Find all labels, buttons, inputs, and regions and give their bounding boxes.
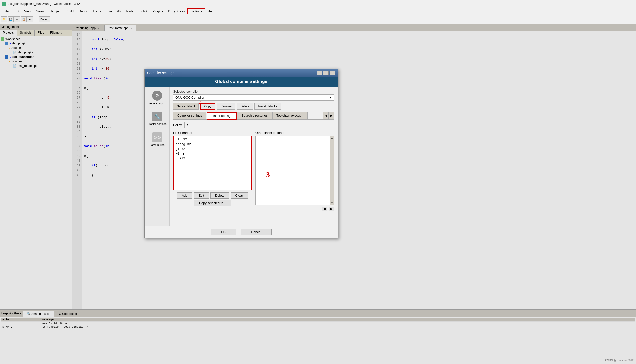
sidebar-profiler-label: Profiler settings: [148, 122, 167, 126]
dialog-header: Global compiler settings: [145, 76, 338, 87]
other-linker-scrollbar-h: ◀ ▶: [255, 207, 334, 211]
dialog-overlay: Compiler settings _ □ ✕ Global compiler …: [0, 24, 636, 364]
policy-label: Policy:: [173, 123, 183, 127]
menu-help[interactable]: Help: [205, 9, 217, 14]
toolbar-btn-4[interactable]: 📋: [21, 16, 27, 22]
copy-button[interactable]: 2Copy: [200, 103, 215, 110]
menu-tools[interactable]: Tools: [123, 9, 136, 14]
other-linker-column: Other linker options: ▲ ▼ ◀ ▶: [255, 131, 334, 211]
dialog-footer: OK Cancel: [145, 226, 338, 238]
app-title: test_rotate.cpp [test_xuanzhuan] - Code:…: [8, 2, 80, 6]
minimize-button[interactable]: _: [317, 70, 322, 75]
menubar: File Edit View Search Project Build Debu…: [0, 8, 636, 15]
batch-icon: ⚙⚙: [152, 132, 162, 142]
ok-button[interactable]: OK: [211, 228, 236, 235]
selected-compiler-label: Selected compiler: [173, 90, 334, 94]
other-linker-box[interactable]: ▲ ▼: [255, 136, 334, 205]
gear-icon: ⚙: [152, 91, 162, 101]
app-icon: [2, 2, 7, 6]
menu-project[interactable]: Project: [49, 9, 64, 14]
toolbar-btn-3[interactable]: ✂: [14, 16, 20, 22]
toolbar-btn-debug[interactable]: Debug: [39, 16, 50, 22]
tab-scroll-right[interactable]: ▶: [329, 112, 334, 119]
compiler-settings-dialog: Compiler settings _ □ ✕ Global compiler …: [144, 68, 338, 238]
policy-row: Policy: ▼: [173, 122, 334, 128]
scroll-up[interactable]: ▲: [330, 136, 334, 140]
maximize-button[interactable]: □: [323, 70, 329, 75]
dialog-tabs: Compiler settings Linker settings Search…: [173, 112, 334, 120]
dialog-titlebar: Compiler settings _ □ ✕: [145, 69, 338, 76]
scroll-h-right[interactable]: ▶: [329, 207, 334, 211]
other-linker-label: Other linker options:: [255, 131, 334, 135]
link-libraries-box[interactable]: glut32 opengl32 glu32 winmm gdi32: [173, 136, 252, 190]
compiler-settings-tab[interactable]: Compiler settings: [173, 112, 206, 119]
dialog-title: Compiler settings: [147, 71, 174, 75]
copy-selected-to-button[interactable]: Copy selected to...: [194, 200, 231, 206]
copy-selected-row: Copy selected to...: [173, 200, 252, 206]
menu-plugins[interactable]: Plugins: [150, 9, 166, 14]
menu-doxyblocks[interactable]: DoxyBlocks: [166, 9, 188, 14]
toolchain-tab[interactable]: Toolchain execut...: [272, 112, 308, 119]
scroll-track: [330, 140, 334, 201]
delete-button[interactable]: Delete: [237, 103, 253, 110]
sidebar-profiler[interactable]: 🔧 Profiler settings: [146, 110, 168, 127]
sidebar-global-compiler[interactable]: ⚙ Global compil...: [146, 89, 168, 106]
menu-edit[interactable]: Edit: [11, 9, 22, 14]
compiler-dropdown-arrow: ▼: [329, 96, 332, 100]
toolbar-btn-1[interactable]: 📁: [1, 16, 7, 22]
toolbar-btn-5[interactable]: ↩: [27, 16, 33, 22]
lib-item-gdi32[interactable]: gdi32: [175, 156, 250, 161]
lib-item-glut32[interactable]: glut32: [175, 137, 250, 142]
menu-tools-plus[interactable]: Tools+: [136, 9, 150, 14]
lib-buttons: Add Edit Delete Clear: [173, 192, 252, 198]
edit-button[interactable]: Edit: [194, 192, 209, 198]
titlebar: test_rotate.cpp [test_xuanzhuan] - Code:…: [0, 0, 636, 8]
toolbar: 📁 💾 ✂ 📋 ↩ Debug: [0, 15, 636, 24]
scroll-down[interactable]: ▼: [330, 201, 334, 205]
menu-fortran[interactable]: Fortran: [91, 9, 106, 14]
lib-item-glu32[interactable]: glu32: [175, 146, 250, 151]
menu-file[interactable]: File: [1, 9, 11, 14]
cancel-button[interactable]: Cancel: [241, 228, 271, 235]
reset-defaults-button[interactable]: Reset defaults: [254, 103, 281, 110]
link-libraries-label: Link libraries:: [173, 131, 252, 135]
close-dialog-button[interactable]: ✕: [330, 70, 335, 75]
clear-button[interactable]: Clear: [231, 192, 248, 198]
menu-view[interactable]: View: [22, 9, 34, 14]
delete-lib-button[interactable]: Delete: [210, 192, 229, 198]
rename-button[interactable]: Rename: [217, 103, 235, 110]
set-as-default-button[interactable]: Set as default: [173, 103, 199, 110]
menu-settings[interactable]: Settings: [188, 8, 205, 14]
scroll-h-left[interactable]: ◀: [322, 207, 327, 211]
policy-select[interactable]: ▼: [185, 122, 334, 128]
compiler-row: Selected compiler GNU GCC Compiler ▼: [173, 90, 334, 101]
linker-settings-tab[interactable]: Linker settings: [207, 112, 237, 120]
compiler-select[interactable]: GNU GCC Compiler ▼: [173, 94, 334, 101]
compiler-value: GNU GCC Compiler: [175, 96, 204, 100]
sidebar-batch-label: Batch builds: [150, 143, 165, 146]
sidebar-global-compiler-label: Global compil...: [148, 102, 167, 104]
lib-item-opengl32[interactable]: opengl32: [175, 142, 250, 146]
toolbar-btn-2[interactable]: 💾: [8, 16, 14, 22]
wrench-icon: 🔧: [152, 112, 162, 122]
annotation-vertical-line: [249, 24, 249, 34]
lib-item-winmm[interactable]: winmm: [175, 151, 250, 156]
add-button[interactable]: Add: [177, 192, 192, 198]
menu-build[interactable]: Build: [64, 9, 76, 14]
dialog-content: Selected compiler GNU GCC Compiler ▼ Set…: [170, 87, 338, 226]
menu-wxsmith[interactable]: wxSmith: [106, 9, 123, 14]
tab-scroll-left[interactable]: ◀: [323, 112, 329, 119]
link-libraries-column: Link libraries: glut32 opengl32 glu32 wi…: [173, 131, 252, 211]
menu-debug[interactable]: Debug: [76, 9, 91, 14]
action-buttons: Set as default 2Copy Rename Delete Reset…: [173, 103, 334, 110]
search-directories-tab[interactable]: Search directories: [237, 112, 272, 119]
policy-dropdown-arrow: ▼: [186, 123, 189, 126]
nav-arrows: ◀ ▶: [323, 112, 334, 119]
linker-scrollbar[interactable]: ▲ ▼: [330, 136, 334, 205]
dialog-sidebar: ⚙ Global compil... 🔧 Profiler settings ⚙…: [145, 87, 170, 226]
dialog-header-text: Global compiler settings: [215, 79, 267, 84]
dialog-body: ⚙ Global compil... 🔧 Profiler settings ⚙…: [145, 87, 338, 226]
sidebar-batch[interactable]: ⚙⚙ Batch builds: [148, 131, 166, 148]
menu-search[interactable]: Search: [34, 9, 49, 14]
libraries-section: Link libraries: glut32 opengl32 glu32 wi…: [173, 131, 334, 211]
